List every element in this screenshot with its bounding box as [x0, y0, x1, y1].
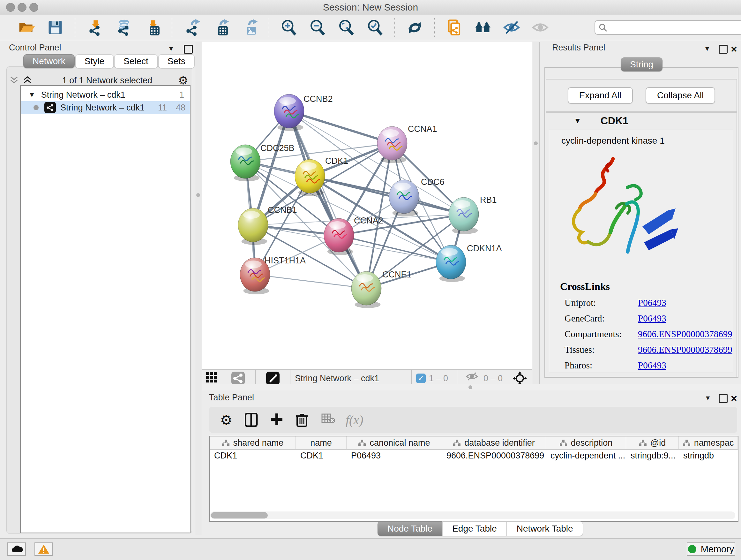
table-cell[interactable]: stringdb:9...	[626, 450, 679, 461]
network-node-CCNB1[interactable]	[238, 208, 268, 245]
new-network-selection-icon[interactable]	[444, 17, 464, 37]
column-header-description[interactable]: description	[546, 436, 626, 449]
network-canvas[interactable]: CCNB2CCNA1CDC25BCDK1CDC6RB1CCNB1CCNA2CDK…	[202, 42, 532, 369]
table-horizontal-scrollbar[interactable]	[210, 511, 735, 519]
zoom-fit-icon[interactable]	[336, 17, 356, 37]
node-label-CDK1: CDK1	[325, 156, 348, 166]
network-row-selected[interactable]: String Network – cdk1 1148	[21, 101, 190, 114]
network-node-CDK1[interactable]	[295, 159, 325, 196]
open-folder-icon[interactable]	[17, 17, 37, 37]
left-splitter-handle[interactable]	[196, 193, 200, 197]
zoom-in-icon[interactable]	[279, 17, 299, 37]
crosslink-value-link[interactable]: 9606.ENSP00000378699	[638, 345, 732, 355]
node-label-CDC25B: CDC25B	[260, 143, 294, 153]
right-splitter-handle[interactable]	[534, 141, 538, 145]
refresh-icon[interactable]	[405, 17, 424, 37]
table-cell[interactable]: CDK1	[296, 450, 347, 461]
first-neighbors-icon[interactable]	[473, 17, 493, 37]
network-node-CCNA1[interactable]	[377, 126, 407, 163]
selected-nodes-checkbox[interactable]: ✓	[416, 374, 426, 383]
network-node-CCNA2[interactable]	[324, 219, 354, 255]
show-columns-icon[interactable]	[243, 411, 261, 429]
column-header-shared-name[interactable]: shared name	[210, 436, 296, 449]
import-table-icon[interactable]	[142, 17, 162, 37]
export-network-icon[interactable]	[182, 17, 202, 37]
export-table-icon[interactable]	[211, 17, 230, 37]
crosslink-value-link[interactable]: P06493	[638, 360, 666, 371]
add-column-icon[interactable]	[268, 411, 286, 429]
table-cell[interactable]: stringdb	[679, 450, 738, 461]
expand-all-button[interactable]: Expand All	[568, 87, 633, 104]
column-label: canonical name	[369, 438, 430, 448]
save-icon[interactable]	[45, 17, 65, 37]
table-panel-collapse-icon[interactable]: ▾	[706, 393, 710, 402]
export-image-icon[interactable]	[239, 17, 259, 37]
network-node-RB1[interactable]	[449, 197, 479, 234]
zoom-out-icon[interactable]	[308, 17, 327, 37]
tab-sets[interactable]: Sets	[158, 54, 195, 68]
network-node-CDC25B[interactable]	[230, 145, 260, 181]
zoom-selected-icon[interactable]	[365, 17, 385, 37]
show-all-icon[interactable]	[530, 17, 550, 37]
import-network-icon[interactable]	[85, 17, 105, 37]
table-panel-float-icon[interactable]	[719, 394, 728, 403]
warning-icon[interactable]	[35, 543, 53, 556]
hide-selected-icon[interactable]	[502, 17, 522, 37]
cdk1-section: ▼ CDK1 cyclin-dependent kinase 1	[546, 112, 737, 377]
tab-string[interactable]: String	[621, 57, 663, 71]
column-header-canonical-name[interactable]: canonical name	[347, 436, 442, 449]
tab-edge-table[interactable]: Edge Table	[442, 521, 507, 536]
column-header-name[interactable]: name	[296, 436, 347, 449]
results-panel-float-icon[interactable]	[719, 45, 728, 54]
tab-select[interactable]: Select	[114, 54, 158, 68]
table-cell[interactable]: P06493	[347, 450, 442, 461]
bottom-splitter-handle[interactable]	[468, 385, 472, 389]
table-cell[interactable]: CDK1	[210, 450, 296, 461]
control-panel-collapse-icon[interactable]: ▾	[169, 44, 173, 53]
network-node-CCNE1[interactable]	[351, 271, 381, 308]
tab-node-table[interactable]: Node Table	[378, 521, 442, 536]
collapse-all-networks-icon[interactable]	[10, 75, 18, 86]
crosslink-value-link[interactable]: P06493	[638, 298, 666, 308]
delete-table-icon[interactable]	[320, 411, 337, 429]
network-edge[interactable]	[255, 274, 366, 288]
expand-all-networks-icon[interactable]	[23, 75, 32, 86]
table-cell[interactable]: 9606.ENSP00000378699	[442, 450, 546, 461]
column-header-namespac[interactable]: namespac	[679, 436, 738, 449]
column-header-database-identifier[interactable]: database identifier	[442, 436, 546, 449]
crosslink-value-link[interactable]: P06493	[638, 313, 666, 324]
control-panel-float-icon[interactable]	[184, 45, 193, 54]
table-options-gear-icon[interactable]: ⚙	[217, 411, 235, 429]
table-cell[interactable]: cyclin-dependent ...	[546, 450, 626, 461]
crosslink-row: Compartments:9606.ENSP00000378699	[560, 329, 733, 339]
results-panel-collapse-icon[interactable]: ▾	[705, 44, 709, 53]
left-splitter[interactable]	[195, 42, 202, 535]
collapse-all-button[interactable]: Collapse All	[646, 87, 715, 104]
node-label-CDKN1A: CDKN1A	[467, 244, 502, 253]
column-header--id[interactable]: @id	[626, 436, 679, 449]
import-database-icon[interactable]	[114, 17, 133, 37]
network-edge[interactable]	[289, 111, 392, 143]
right-splitter[interactable]	[533, 42, 540, 384]
scrollbar-thumb[interactable]	[211, 512, 268, 518]
search-input[interactable]	[607, 22, 741, 33]
network-node-CDKN1A[interactable]	[436, 245, 466, 282]
network-node-CCNB2[interactable]	[274, 94, 304, 131]
network-collection-row[interactable]: ▼ String Network – cdk1 1	[21, 88, 190, 101]
memory-button[interactable]: Memory	[687, 543, 735, 556]
memory-status-dot	[688, 545, 696, 553]
title-bar: Session: New Session	[0, 0, 741, 15]
table-panel-close-icon[interactable]: ×	[731, 395, 737, 401]
delete-column-trash-icon[interactable]	[294, 411, 312, 429]
tab-network-table[interactable]: Network Table	[507, 521, 583, 536]
cloud-icon[interactable]	[7, 543, 26, 556]
crosslink-row: GeneCard:P06493	[560, 313, 733, 324]
tab-style[interactable]: Style	[75, 54, 114, 68]
tab-network[interactable]: Network	[23, 54, 75, 68]
network-node-CDC6[interactable]	[389, 180, 419, 216]
results-panel-close-icon[interactable]: ×	[731, 45, 737, 52]
function-builder-icon[interactable]: f(x)	[346, 413, 363, 428]
tree-expander-icon[interactable]: ▼	[28, 91, 36, 99]
crosslink-value-link[interactable]: 9606.ENSP00000378699	[638, 329, 732, 339]
cdk1-section-header[interactable]: ▼ CDK1	[546, 113, 737, 128]
